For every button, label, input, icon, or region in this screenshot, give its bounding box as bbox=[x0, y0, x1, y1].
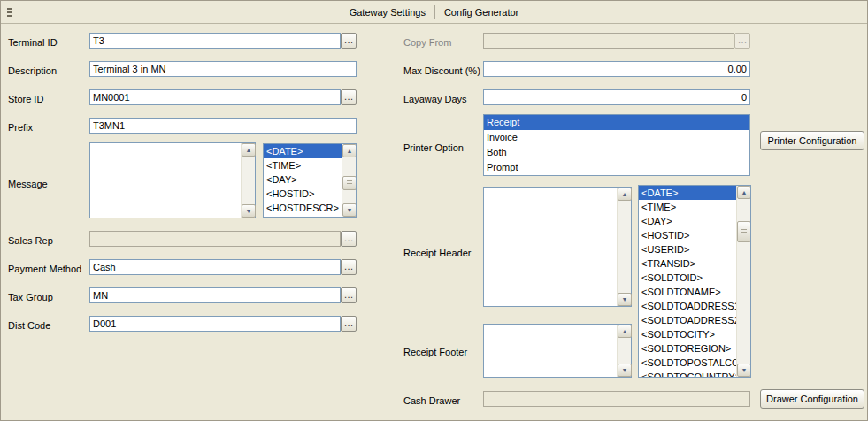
tab-gateway-settings[interactable]: Gateway Settings bbox=[341, 4, 434, 20]
list-item[interactable]: Receipt bbox=[484, 115, 749, 130]
receipt-footer-scrollbar: ▲ ▼ bbox=[617, 325, 631, 377]
list-item[interactable]: Prompt bbox=[484, 160, 749, 175]
dist-code-label: Dist Code bbox=[8, 319, 50, 332]
list-item[interactable]: <SOLDTOID> bbox=[639, 271, 736, 285]
list-item[interactable]: <DAY> bbox=[264, 172, 342, 187]
prefix-label: Prefix bbox=[8, 121, 33, 134]
receipt-header-textarea[interactable]: ▲ ▼ bbox=[483, 187, 632, 307]
printer-configuration-button[interactable]: Printer Configuration bbox=[760, 131, 864, 150]
terminal-id-label: Terminal ID bbox=[8, 36, 58, 49]
message-token-scrollbar: ▲ ▼ bbox=[342, 144, 356, 217]
max-discount-input[interactable] bbox=[483, 61, 750, 77]
cash-drawer-input bbox=[483, 391, 750, 407]
list-item[interactable]: <DAY> bbox=[639, 214, 736, 228]
receipt-token-listbox: <DATE> <TIME> <DAY> <HOSTID> <USERID> <T… bbox=[638, 185, 751, 378]
scrollbar-thumb[interactable] bbox=[342, 176, 357, 190]
scroll-up-icon[interactable]: ▲ bbox=[618, 325, 632, 338]
store-id-browse-button[interactable]: … bbox=[341, 89, 357, 105]
max-discount-label: Max Discount (%) bbox=[403, 65, 480, 77]
list-item[interactable]: Both bbox=[484, 145, 749, 160]
terminal-id-input[interactable] bbox=[89, 33, 341, 49]
list-item[interactable]: <SOLDTOCITY> bbox=[639, 327, 736, 341]
payment-method-label: Payment Method bbox=[8, 263, 81, 275]
store-id-input[interactable] bbox=[89, 89, 341, 105]
scroll-down-icon[interactable]: ▼ bbox=[737, 364, 751, 377]
printer-option-listbox: Receipt Invoice Both Prompt bbox=[483, 114, 750, 176]
list-item[interactable]: <DATE> bbox=[639, 186, 736, 200]
copy-from-browse-button: … bbox=[734, 33, 750, 49]
scroll-down-icon[interactable]: ▼ bbox=[618, 364, 632, 377]
list-item[interactable]: <TIME> bbox=[639, 200, 736, 214]
message-scrollbar: ▲ ▼ bbox=[241, 143, 255, 218]
terminal-id-browse-button[interactable]: … bbox=[341, 33, 357, 49]
scroll-up-icon[interactable]: ▲ bbox=[618, 188, 632, 201]
gateway-settings-form: Gateway Settings Config Generator Termin… bbox=[0, 0, 868, 421]
printer-option-label: Printer Option bbox=[403, 142, 464, 154]
description-label: Description bbox=[8, 65, 57, 77]
list-item[interactable]: <TRANSID> bbox=[639, 256, 736, 271]
sales-rep-label: Sales Rep bbox=[8, 234, 53, 247]
payment-method-input[interactable] bbox=[89, 259, 341, 275]
list-item[interactable]: <SOLDTONAME> bbox=[639, 285, 736, 299]
list-item[interactable]: Invoice bbox=[484, 130, 749, 145]
drawer-configuration-button[interactable]: Drawer Configuration bbox=[760, 389, 864, 409]
sales-rep-input[interactable] bbox=[89, 231, 341, 247]
scroll-down-icon[interactable]: ▼ bbox=[342, 203, 357, 217]
tax-group-browse-button[interactable]: … bbox=[341, 287, 357, 303]
scroll-up-icon[interactable]: ▲ bbox=[737, 186, 751, 199]
tax-group-input[interactable] bbox=[89, 287, 341, 303]
scrollbar-thumb[interactable] bbox=[737, 221, 751, 242]
scroll-up-icon[interactable]: ▲ bbox=[242, 143, 256, 157]
dist-code-input[interactable] bbox=[89, 316, 341, 332]
list-item[interactable]: <HOSTDESCR> bbox=[264, 201, 342, 215]
store-id-label: Store ID bbox=[8, 93, 43, 105]
list-item[interactable]: <USERID> bbox=[639, 242, 736, 256]
layaway-days-label: Layaway Days bbox=[403, 93, 467, 105]
list-item[interactable]: <TIME> bbox=[264, 158, 342, 172]
dist-code-browse-button[interactable]: … bbox=[341, 316, 357, 332]
receipt-header-scrollbar: ▲ ▼ bbox=[617, 188, 631, 306]
top-toolbar: Gateway Settings Config Generator bbox=[1, 2, 867, 24]
list-item[interactable]: <SOLDTOADDRESS1> bbox=[639, 299, 736, 313]
list-item[interactable]: <SOLDTOADDRESS2> bbox=[639, 313, 736, 327]
scroll-down-icon[interactable]: ▼ bbox=[618, 293, 632, 306]
tax-group-label: Tax Group bbox=[8, 291, 53, 303]
copy-from-label: Copy From bbox=[403, 36, 451, 49]
toolbar-grip-icon bbox=[7, 8, 12, 17]
list-item[interactable]: <HOSTID> bbox=[264, 187, 342, 201]
scroll-up-icon[interactable]: ▲ bbox=[342, 144, 357, 157]
scroll-down-icon[interactable]: ▼ bbox=[242, 204, 256, 218]
list-item[interactable]: <SOLDTOCOUNTRY> bbox=[639, 370, 736, 378]
payment-method-browse-button[interactable]: … bbox=[341, 259, 357, 275]
message-token-listbox: <DATE> <TIME> <DAY> <HOSTID> <HOSTDESCR>… bbox=[263, 143, 357, 218]
copy-from-input bbox=[483, 33, 734, 49]
receipt-token-scrollbar: ▲ ▼ bbox=[736, 186, 750, 377]
receipt-footer-label: Receipt Footer bbox=[403, 346, 467, 358]
message-label: Message bbox=[8, 178, 48, 190]
list-item[interactable]: <SOLDTOPOSTALCODE> bbox=[639, 356, 736, 370]
list-item[interactable]: <SOLDTOREGION> bbox=[639, 341, 736, 356]
tab-config-generator[interactable]: Config Generator bbox=[435, 4, 527, 20]
sales-rep-browse-button[interactable]: … bbox=[341, 231, 357, 247]
list-item[interactable]: <HOSTID> bbox=[639, 228, 736, 242]
layaway-days-input[interactable] bbox=[483, 89, 750, 105]
receipt-header-label: Receipt Header bbox=[403, 247, 471, 259]
receipt-footer-textarea[interactable]: ▲ ▼ bbox=[483, 324, 632, 378]
list-item[interactable]: <DATE> bbox=[264, 144, 342, 158]
cash-drawer-label: Cash Drawer bbox=[403, 394, 460, 407]
prefix-input[interactable] bbox=[89, 118, 357, 134]
description-input[interactable] bbox=[89, 61, 357, 77]
message-textarea[interactable]: ▲ ▼ bbox=[89, 142, 256, 218]
